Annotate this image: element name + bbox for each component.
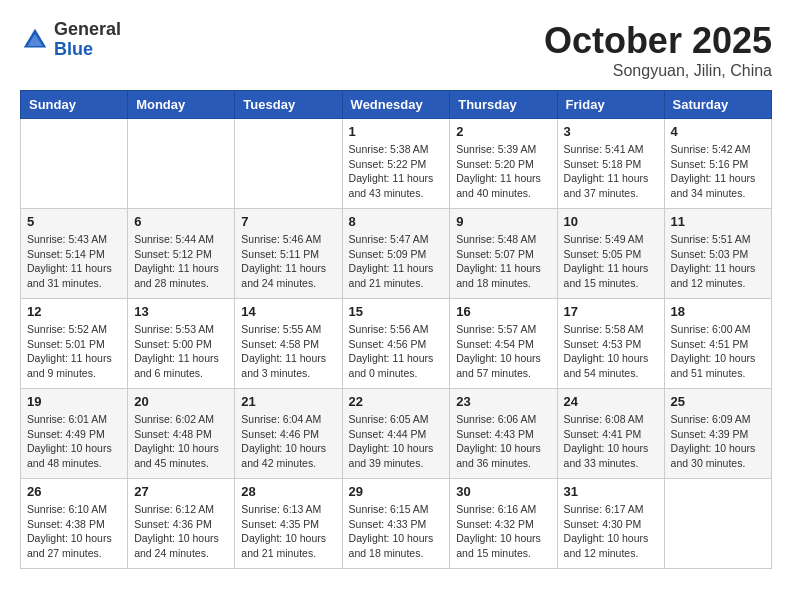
- logo-text: General Blue: [54, 20, 121, 60]
- day-info: Sunrise: 6:05 AM Sunset: 4:44 PM Dayligh…: [349, 412, 444, 471]
- day-number: 20: [134, 394, 228, 409]
- day-number: 27: [134, 484, 228, 499]
- day-number: 24: [564, 394, 658, 409]
- day-info: Sunrise: 5:55 AM Sunset: 4:58 PM Dayligh…: [241, 322, 335, 381]
- calendar-cell: 15Sunrise: 5:56 AM Sunset: 4:56 PM Dayli…: [342, 299, 450, 389]
- day-info: Sunrise: 5:49 AM Sunset: 5:05 PM Dayligh…: [564, 232, 658, 291]
- day-info: Sunrise: 5:42 AM Sunset: 5:16 PM Dayligh…: [671, 142, 765, 201]
- day-info: Sunrise: 6:09 AM Sunset: 4:39 PM Dayligh…: [671, 412, 765, 471]
- week-row-3: 12Sunrise: 5:52 AM Sunset: 5:01 PM Dayli…: [21, 299, 772, 389]
- day-info: Sunrise: 6:01 AM Sunset: 4:49 PM Dayligh…: [27, 412, 121, 471]
- day-info: Sunrise: 5:46 AM Sunset: 5:11 PM Dayligh…: [241, 232, 335, 291]
- calendar-cell: 13Sunrise: 5:53 AM Sunset: 5:00 PM Dayli…: [128, 299, 235, 389]
- calendar-cell: 21Sunrise: 6:04 AM Sunset: 4:46 PM Dayli…: [235, 389, 342, 479]
- day-number: 25: [671, 394, 765, 409]
- calendar-cell: [235, 119, 342, 209]
- day-number: 26: [27, 484, 121, 499]
- day-number: 19: [27, 394, 121, 409]
- calendar-cell: 5Sunrise: 5:43 AM Sunset: 5:14 PM Daylig…: [21, 209, 128, 299]
- calendar-cell: 30Sunrise: 6:16 AM Sunset: 4:32 PM Dayli…: [450, 479, 557, 569]
- day-info: Sunrise: 5:41 AM Sunset: 5:18 PM Dayligh…: [564, 142, 658, 201]
- day-number: 9: [456, 214, 550, 229]
- calendar-cell: 4Sunrise: 5:42 AM Sunset: 5:16 PM Daylig…: [664, 119, 771, 209]
- day-info: Sunrise: 5:52 AM Sunset: 5:01 PM Dayligh…: [27, 322, 121, 381]
- logo-general: General: [54, 20, 121, 40]
- day-info: Sunrise: 5:44 AM Sunset: 5:12 PM Dayligh…: [134, 232, 228, 291]
- day-info: Sunrise: 5:56 AM Sunset: 4:56 PM Dayligh…: [349, 322, 444, 381]
- weekday-header-sunday: Sunday: [21, 91, 128, 119]
- calendar-cell: 10Sunrise: 5:49 AM Sunset: 5:05 PM Dayli…: [557, 209, 664, 299]
- day-number: 3: [564, 124, 658, 139]
- day-number: 1: [349, 124, 444, 139]
- calendar-cell: 14Sunrise: 5:55 AM Sunset: 4:58 PM Dayli…: [235, 299, 342, 389]
- calendar-cell: 31Sunrise: 6:17 AM Sunset: 4:30 PM Dayli…: [557, 479, 664, 569]
- day-info: Sunrise: 6:13 AM Sunset: 4:35 PM Dayligh…: [241, 502, 335, 561]
- day-number: 2: [456, 124, 550, 139]
- week-row-1: 1Sunrise: 5:38 AM Sunset: 5:22 PM Daylig…: [21, 119, 772, 209]
- day-info: Sunrise: 6:15 AM Sunset: 4:33 PM Dayligh…: [349, 502, 444, 561]
- day-info: Sunrise: 5:38 AM Sunset: 5:22 PM Dayligh…: [349, 142, 444, 201]
- logo: General Blue: [20, 20, 121, 60]
- weekday-header-row: SundayMondayTuesdayWednesdayThursdayFrid…: [21, 91, 772, 119]
- day-info: Sunrise: 6:02 AM Sunset: 4:48 PM Dayligh…: [134, 412, 228, 471]
- day-info: Sunrise: 6:12 AM Sunset: 4:36 PM Dayligh…: [134, 502, 228, 561]
- day-info: Sunrise: 5:57 AM Sunset: 4:54 PM Dayligh…: [456, 322, 550, 381]
- day-number: 30: [456, 484, 550, 499]
- day-number: 6: [134, 214, 228, 229]
- calendar-cell: 3Sunrise: 5:41 AM Sunset: 5:18 PM Daylig…: [557, 119, 664, 209]
- logo-icon: [20, 25, 50, 55]
- calendar-cell: 16Sunrise: 5:57 AM Sunset: 4:54 PM Dayli…: [450, 299, 557, 389]
- day-number: 16: [456, 304, 550, 319]
- page-header: General Blue October 2025 Songyuan, Jili…: [20, 20, 772, 80]
- day-number: 13: [134, 304, 228, 319]
- calendar-cell: 20Sunrise: 6:02 AM Sunset: 4:48 PM Dayli…: [128, 389, 235, 479]
- calendar-cell: 27Sunrise: 6:12 AM Sunset: 4:36 PM Dayli…: [128, 479, 235, 569]
- calendar-cell: 6Sunrise: 5:44 AM Sunset: 5:12 PM Daylig…: [128, 209, 235, 299]
- weekday-header-thursday: Thursday: [450, 91, 557, 119]
- day-number: 22: [349, 394, 444, 409]
- weekday-header-tuesday: Tuesday: [235, 91, 342, 119]
- weekday-header-wednesday: Wednesday: [342, 91, 450, 119]
- week-row-2: 5Sunrise: 5:43 AM Sunset: 5:14 PM Daylig…: [21, 209, 772, 299]
- day-info: Sunrise: 5:39 AM Sunset: 5:20 PM Dayligh…: [456, 142, 550, 201]
- day-number: 4: [671, 124, 765, 139]
- day-info: Sunrise: 6:00 AM Sunset: 4:51 PM Dayligh…: [671, 322, 765, 381]
- day-number: 31: [564, 484, 658, 499]
- calendar-table: SundayMondayTuesdayWednesdayThursdayFrid…: [20, 90, 772, 569]
- calendar-cell: 18Sunrise: 6:00 AM Sunset: 4:51 PM Dayli…: [664, 299, 771, 389]
- day-number: 17: [564, 304, 658, 319]
- day-number: 21: [241, 394, 335, 409]
- day-number: 11: [671, 214, 765, 229]
- day-number: 7: [241, 214, 335, 229]
- title-area: October 2025 Songyuan, Jilin, China: [544, 20, 772, 80]
- day-info: Sunrise: 6:04 AM Sunset: 4:46 PM Dayligh…: [241, 412, 335, 471]
- day-number: 12: [27, 304, 121, 319]
- month-title: October 2025: [544, 20, 772, 62]
- day-info: Sunrise: 5:58 AM Sunset: 4:53 PM Dayligh…: [564, 322, 658, 381]
- calendar-cell: 26Sunrise: 6:10 AM Sunset: 4:38 PM Dayli…: [21, 479, 128, 569]
- calendar-cell: 8Sunrise: 5:47 AM Sunset: 5:09 PM Daylig…: [342, 209, 450, 299]
- day-info: Sunrise: 5:48 AM Sunset: 5:07 PM Dayligh…: [456, 232, 550, 291]
- calendar-cell: 2Sunrise: 5:39 AM Sunset: 5:20 PM Daylig…: [450, 119, 557, 209]
- calendar-cell: [128, 119, 235, 209]
- day-info: Sunrise: 6:08 AM Sunset: 4:41 PM Dayligh…: [564, 412, 658, 471]
- day-number: 23: [456, 394, 550, 409]
- day-number: 10: [564, 214, 658, 229]
- calendar-cell: 29Sunrise: 6:15 AM Sunset: 4:33 PM Dayli…: [342, 479, 450, 569]
- day-info: Sunrise: 5:53 AM Sunset: 5:00 PM Dayligh…: [134, 322, 228, 381]
- calendar-cell: 12Sunrise: 5:52 AM Sunset: 5:01 PM Dayli…: [21, 299, 128, 389]
- calendar-cell: 19Sunrise: 6:01 AM Sunset: 4:49 PM Dayli…: [21, 389, 128, 479]
- day-number: 15: [349, 304, 444, 319]
- logo-blue: Blue: [54, 40, 121, 60]
- week-row-4: 19Sunrise: 6:01 AM Sunset: 4:49 PM Dayli…: [21, 389, 772, 479]
- calendar-cell: 25Sunrise: 6:09 AM Sunset: 4:39 PM Dayli…: [664, 389, 771, 479]
- day-info: Sunrise: 6:06 AM Sunset: 4:43 PM Dayligh…: [456, 412, 550, 471]
- calendar-cell: 11Sunrise: 5:51 AM Sunset: 5:03 PM Dayli…: [664, 209, 771, 299]
- location-subtitle: Songyuan, Jilin, China: [544, 62, 772, 80]
- calendar-cell: 24Sunrise: 6:08 AM Sunset: 4:41 PM Dayli…: [557, 389, 664, 479]
- calendar-cell: 9Sunrise: 5:48 AM Sunset: 5:07 PM Daylig…: [450, 209, 557, 299]
- day-info: Sunrise: 6:16 AM Sunset: 4:32 PM Dayligh…: [456, 502, 550, 561]
- day-number: 14: [241, 304, 335, 319]
- day-number: 28: [241, 484, 335, 499]
- week-row-5: 26Sunrise: 6:10 AM Sunset: 4:38 PM Dayli…: [21, 479, 772, 569]
